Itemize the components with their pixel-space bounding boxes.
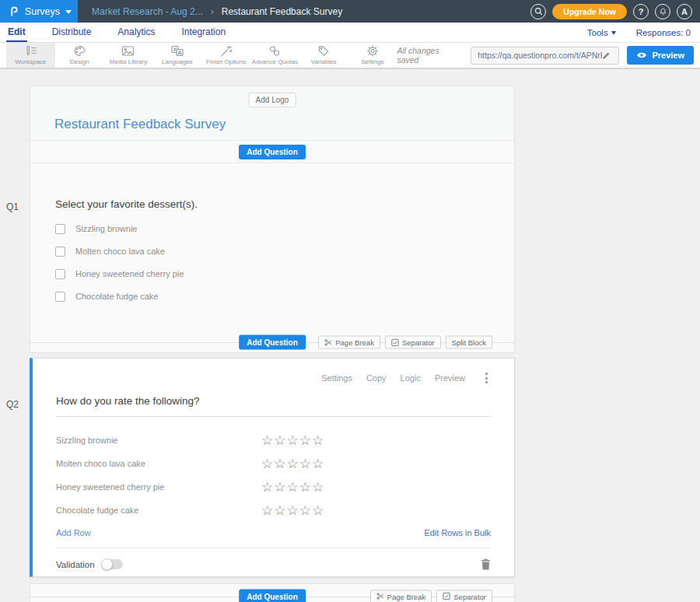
star-icon[interactable] bbox=[299, 504, 311, 517]
star-icon[interactable] bbox=[287, 481, 299, 494]
search-icon bbox=[534, 7, 543, 16]
question-logic-button[interactable]: Logic bbox=[401, 373, 421, 383]
toolbar-item-variables[interactable]: Variables bbox=[299, 43, 348, 68]
separator-button[interactable]: Separator bbox=[385, 336, 441, 349]
page-break-button[interactable]: Page Break bbox=[370, 590, 432, 602]
toolbar-item-finish-options[interactable]: Finish Options bbox=[201, 43, 250, 68]
survey-title[interactable]: Restaurant Feedback Survey bbox=[54, 117, 226, 132]
star-icon[interactable] bbox=[312, 481, 324, 494]
rating-row-label[interactable]: Sizzling brownie bbox=[56, 436, 261, 445]
surveys-menu[interactable]: Surveys bbox=[0, 0, 78, 23]
toolbar-item-settings[interactable]: Settings bbox=[348, 43, 397, 68]
product-label: Surveys bbox=[25, 6, 60, 17]
row-actions: Add Row Edit Rows in Bulk bbox=[56, 528, 491, 537]
toolbar-item-label: Design bbox=[70, 58, 89, 65]
star-icon[interactable] bbox=[312, 434, 324, 447]
question-settings-button[interactable]: Settings bbox=[321, 373, 352, 383]
tools-menu[interactable]: Tools bbox=[587, 28, 616, 37]
star-icon[interactable] bbox=[274, 504, 285, 517]
question-2-text[interactable]: How do you rate the following? bbox=[56, 395, 491, 417]
star-icon[interactable] bbox=[287, 457, 299, 471]
star-icon[interactable] bbox=[287, 504, 299, 517]
rating-row-label[interactable]: Molten choco lava cake bbox=[56, 459, 261, 468]
preview-button[interactable]: Preview bbox=[627, 46, 694, 65]
page-break-label: Page Break bbox=[335, 338, 374, 347]
add-logo-button[interactable]: Add Logo bbox=[249, 93, 296, 107]
toolbar-item-label: Advance Quotas bbox=[252, 58, 298, 65]
rating-row: Sizzling brownie bbox=[56, 429, 491, 452]
edit-toolbar: Workspace Design Media Library Languages… bbox=[0, 43, 700, 69]
option-label[interactable]: Honey sweetened cherry pie bbox=[75, 269, 184, 278]
more-options-kebab-icon[interactable] bbox=[482, 371, 491, 385]
separator-button[interactable]: Separator bbox=[436, 590, 492, 602]
star-icon[interactable] bbox=[299, 481, 311, 494]
scissors-icon bbox=[376, 593, 384, 600]
star-icon[interactable] bbox=[274, 434, 285, 447]
delete-question-button[interactable] bbox=[481, 558, 491, 570]
add-question-button[interactable]: Add Question bbox=[239, 589, 306, 602]
split-block-button[interactable]: Split Block bbox=[446, 336, 492, 349]
survey-nav-tabs: Edit Distribute Analytics Integration bbox=[6, 23, 227, 42]
tab-distribute[interactable]: Distribute bbox=[51, 23, 93, 42]
star-icon[interactable] bbox=[299, 457, 311, 471]
notifications-button[interactable] bbox=[655, 4, 670, 19]
validation-toggle[interactable] bbox=[102, 559, 123, 569]
header-actions: Upgrade Now ? A bbox=[530, 0, 700, 23]
option-label[interactable]: Molten choco lava cake bbox=[75, 247, 165, 256]
option-label[interactable]: Sizzling brownie bbox=[75, 224, 137, 233]
star-icon[interactable] bbox=[299, 434, 311, 447]
option-checkbox[interactable] bbox=[55, 292, 65, 302]
star-icon[interactable] bbox=[312, 457, 324, 471]
avatar[interactable]: A bbox=[677, 4, 692, 19]
upgrade-now-button[interactable]: Upgrade Now bbox=[552, 4, 627, 19]
scissors-icon bbox=[324, 338, 332, 346]
star-icon[interactable] bbox=[274, 457, 285, 471]
question-2-block-selected[interactable]: Settings Copy Logic Preview How do you r… bbox=[30, 358, 515, 577]
edit-url-pencil-icon[interactable] bbox=[602, 51, 611, 60]
add-question-button[interactable]: Add Question bbox=[239, 335, 306, 350]
option-checkbox[interactable] bbox=[55, 224, 65, 234]
add-question-button[interactable]: Add Question bbox=[239, 145, 306, 159]
toolbar-item-media-library[interactable]: Media Library bbox=[104, 43, 153, 68]
star-icon[interactable] bbox=[312, 504, 324, 517]
rating-row-label[interactable]: Chocolate fudge cake bbox=[56, 506, 261, 515]
rating-row: Chocolate fudge cake bbox=[56, 499, 491, 522]
separator-check-icon bbox=[443, 593, 450, 600]
toolbar-item-advance-quotas[interactable]: Advance Quotas bbox=[250, 43, 299, 68]
add-row-link[interactable]: Add Row bbox=[56, 528, 91, 537]
search-button[interactable] bbox=[530, 4, 546, 19]
breadcrumb-folder[interactable]: Market Research - Aug 2... bbox=[92, 6, 203, 17]
star-icon[interactable] bbox=[287, 434, 299, 447]
option-checkbox[interactable] bbox=[55, 247, 65, 257]
responses-count[interactable]: Responses: 0 bbox=[636, 28, 691, 37]
question-1-text[interactable]: Select your favorite dessert(s). bbox=[55, 198, 489, 210]
tab-integration[interactable]: Integration bbox=[180, 23, 227, 42]
star-icon[interactable] bbox=[274, 481, 285, 494]
toolbar-item-languages[interactable]: Languages bbox=[152, 43, 201, 68]
edit-rows-in-bulk-link[interactable]: Edit Rows in Bulk bbox=[424, 528, 491, 537]
help-button[interactable]: ? bbox=[633, 4, 649, 19]
star-icon[interactable] bbox=[261, 504, 273, 517]
insert-question-divider: Add Question Page Break Separator Split … bbox=[30, 332, 514, 352]
option-checkbox[interactable] bbox=[55, 269, 65, 279]
star-icon[interactable] bbox=[261, 434, 273, 447]
page-break-button[interactable]: Page Break bbox=[318, 336, 380, 349]
survey-nav: Edit Distribute Analytics Integration To… bbox=[0, 23, 700, 43]
question-copy-button[interactable]: Copy bbox=[366, 373, 387, 383]
survey-url-input[interactable] bbox=[478, 51, 602, 60]
toolbar-item-label: Workspace bbox=[15, 58, 46, 65]
star-icon[interactable] bbox=[261, 457, 273, 471]
question-preview-button[interactable]: Preview bbox=[435, 373, 465, 383]
rating-row-label[interactable]: Honey sweetened cherry pie bbox=[56, 482, 261, 492]
tab-analytics[interactable]: Analytics bbox=[116, 23, 156, 42]
toolbar-item-design[interactable]: Design bbox=[55, 43, 104, 68]
tab-edit[interactable]: Edit bbox=[6, 23, 27, 42]
star-icon[interactable] bbox=[261, 481, 273, 494]
option-row: Molten choco lava cake bbox=[55, 246, 489, 257]
option-label[interactable]: Chocolate fudge cake bbox=[75, 292, 158, 301]
toolbar-item-workspace[interactable]: Workspace bbox=[6, 43, 55, 68]
divider-actions: Page Break Separator bbox=[370, 590, 492, 602]
survey-editor-canvas: Q1 Q2 Add Logo Restaurant Feedback Surve… bbox=[0, 69, 700, 602]
toolbar-item-label: Finish Options bbox=[206, 58, 246, 65]
page-break-label: Page Break bbox=[387, 592, 426, 600]
